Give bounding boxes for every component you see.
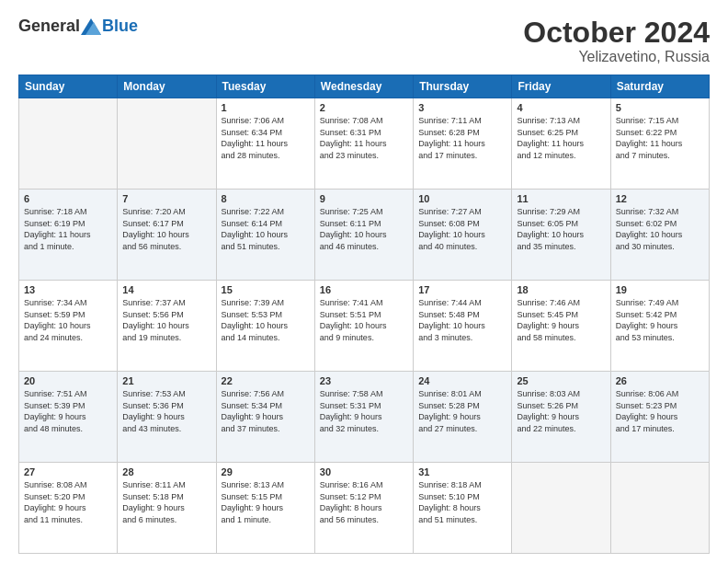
table-row: 28Sunrise: 8:11 AM Sunset: 5:18 PM Dayli… [118,463,216,554]
col-saturday: Saturday [610,75,709,98]
day-info: Sunrise: 7:58 AM Sunset: 5:31 PM Dayligh… [320,388,408,434]
location: Yelizavetino, Russia [523,49,710,65]
col-thursday: Thursday [414,75,512,98]
col-monday: Monday [118,75,216,98]
day-number: 3 [418,102,506,113]
day-number: 13 [24,284,112,295]
table-row: 18Sunrise: 7:46 AM Sunset: 5:45 PM Dayli… [512,281,610,372]
day-number: 26 [616,375,704,386]
day-info: Sunrise: 7:11 AM Sunset: 6:28 PM Dayligh… [418,115,506,161]
day-info: Sunrise: 7:29 AM Sunset: 6:05 PM Dayligh… [517,206,605,252]
table-row: 7Sunrise: 7:20 AM Sunset: 6:17 PM Daylig… [118,190,216,281]
table-row: 16Sunrise: 7:41 AM Sunset: 5:51 PM Dayli… [314,281,413,372]
day-number: 5 [616,102,704,113]
logo-blue: Blue [102,17,138,36]
table-row: 15Sunrise: 7:39 AM Sunset: 5:53 PM Dayli… [216,281,314,372]
header: General Blue October 2024 Yelizavetino, … [18,17,710,65]
calendar-week-2: 6Sunrise: 7:18 AM Sunset: 6:19 PM Daylig… [19,190,710,281]
day-info: Sunrise: 7:41 AM Sunset: 5:51 PM Dayligh… [320,297,408,343]
day-info: Sunrise: 7:32 AM Sunset: 6:02 PM Dayligh… [616,206,704,252]
month-title: October 2024 [523,17,710,49]
day-info: Sunrise: 7:08 AM Sunset: 6:31 PM Dayligh… [320,115,408,161]
table-row [118,98,216,190]
table-row: 30Sunrise: 8:16 AM Sunset: 5:12 PM Dayli… [314,463,413,554]
day-info: Sunrise: 8:16 AM Sunset: 5:12 PM Dayligh… [320,479,408,525]
table-row: 19Sunrise: 7:49 AM Sunset: 5:42 PM Dayli… [610,281,709,372]
day-info: Sunrise: 7:13 AM Sunset: 6:25 PM Dayligh… [517,115,605,161]
table-row: 4Sunrise: 7:13 AM Sunset: 6:25 PM Daylig… [512,98,610,190]
day-number: 7 [122,193,210,204]
day-info: Sunrise: 7:49 AM Sunset: 5:42 PM Dayligh… [616,297,704,343]
table-row: 21Sunrise: 7:53 AM Sunset: 5:36 PM Dayli… [118,372,216,463]
day-number: 19 [616,284,704,295]
day-number: 28 [122,466,210,477]
day-number: 18 [517,284,605,295]
day-info: Sunrise: 8:13 AM Sunset: 5:15 PM Dayligh… [222,479,310,525]
table-row: 23Sunrise: 7:58 AM Sunset: 5:31 PM Dayli… [314,372,413,463]
table-row: 13Sunrise: 7:34 AM Sunset: 5:59 PM Dayli… [19,281,118,372]
day-info: Sunrise: 8:08 AM Sunset: 5:20 PM Dayligh… [24,479,112,525]
day-info: Sunrise: 7:39 AM Sunset: 5:53 PM Dayligh… [222,297,310,343]
table-row: 5Sunrise: 7:15 AM Sunset: 6:22 PM Daylig… [610,98,709,190]
logo-icon [81,18,101,35]
day-info: Sunrise: 7:44 AM Sunset: 5:48 PM Dayligh… [418,297,506,343]
day-info: Sunrise: 8:06 AM Sunset: 5:23 PM Dayligh… [616,388,704,434]
day-number: 12 [616,193,704,204]
day-number: 11 [517,193,605,204]
day-number: 20 [24,375,112,386]
col-sunday: Sunday [19,75,118,98]
day-number: 2 [320,102,408,113]
day-number: 31 [418,466,506,477]
calendar-week-3: 13Sunrise: 7:34 AM Sunset: 5:59 PM Dayli… [19,281,710,372]
col-tuesday: Tuesday [216,75,314,98]
day-number: 15 [222,284,310,295]
day-info: Sunrise: 7:37 AM Sunset: 5:56 PM Dayligh… [122,297,210,343]
day-info: Sunrise: 7:25 AM Sunset: 6:11 PM Dayligh… [320,206,408,252]
day-info: Sunrise: 7:27 AM Sunset: 6:08 PM Dayligh… [418,206,506,252]
calendar-table: Sunday Monday Tuesday Wednesday Thursday… [18,75,710,554]
col-friday: Friday [512,75,610,98]
day-info: Sunrise: 7:15 AM Sunset: 6:22 PM Dayligh… [616,115,704,161]
table-row: 1Sunrise: 7:06 AM Sunset: 6:34 PM Daylig… [216,98,314,190]
col-wednesday: Wednesday [314,75,413,98]
table-row: 9Sunrise: 7:25 AM Sunset: 6:11 PM Daylig… [314,190,413,281]
day-number: 16 [320,284,408,295]
table-row: 8Sunrise: 7:22 AM Sunset: 6:14 PM Daylig… [216,190,314,281]
table-row: 14Sunrise: 7:37 AM Sunset: 5:56 PM Dayli… [118,281,216,372]
table-row: 12Sunrise: 7:32 AM Sunset: 6:02 PM Dayli… [610,190,709,281]
day-number: 24 [418,375,506,386]
table-row: 11Sunrise: 7:29 AM Sunset: 6:05 PM Dayli… [512,190,610,281]
day-info: Sunrise: 7:34 AM Sunset: 5:59 PM Dayligh… [24,297,112,343]
day-number: 30 [320,466,408,477]
day-number: 21 [122,375,210,386]
calendar-week-5: 27Sunrise: 8:08 AM Sunset: 5:20 PM Dayli… [19,463,710,554]
day-info: Sunrise: 7:18 AM Sunset: 6:19 PM Dayligh… [24,206,112,252]
day-number: 4 [517,102,605,113]
day-number: 1 [222,102,310,113]
calendar-week-1: 1Sunrise: 7:06 AM Sunset: 6:34 PM Daylig… [19,98,710,190]
table-row: 17Sunrise: 7:44 AM Sunset: 5:48 PM Dayli… [414,281,512,372]
day-info: Sunrise: 8:03 AM Sunset: 5:26 PM Dayligh… [517,388,605,434]
logo-general: General [18,17,80,36]
day-number: 10 [418,193,506,204]
table-row: 31Sunrise: 8:18 AM Sunset: 5:10 PM Dayli… [414,463,512,554]
day-number: 23 [320,375,408,386]
day-number: 8 [222,193,310,204]
calendar-week-4: 20Sunrise: 7:51 AM Sunset: 5:39 PM Dayli… [19,372,710,463]
title-block: October 2024 Yelizavetino, Russia [523,17,710,65]
day-number: 25 [517,375,605,386]
day-info: Sunrise: 8:18 AM Sunset: 5:10 PM Dayligh… [418,479,506,525]
day-number: 14 [122,284,210,295]
day-number: 27 [24,466,112,477]
day-info: Sunrise: 7:51 AM Sunset: 5:39 PM Dayligh… [24,388,112,434]
day-number: 9 [320,193,408,204]
day-info: Sunrise: 7:06 AM Sunset: 6:34 PM Dayligh… [222,115,310,161]
table-row: 2Sunrise: 7:08 AM Sunset: 6:31 PM Daylig… [314,98,413,190]
page: General Blue October 2024 Yelizavetino, … [0,0,728,563]
day-number: 17 [418,284,506,295]
table-row [19,98,118,190]
table-row: 25Sunrise: 8:03 AM Sunset: 5:26 PM Dayli… [512,372,610,463]
table-row: 29Sunrise: 8:13 AM Sunset: 5:15 PM Dayli… [216,463,314,554]
day-info: Sunrise: 7:20 AM Sunset: 6:17 PM Dayligh… [122,206,210,252]
day-number: 29 [222,466,310,477]
